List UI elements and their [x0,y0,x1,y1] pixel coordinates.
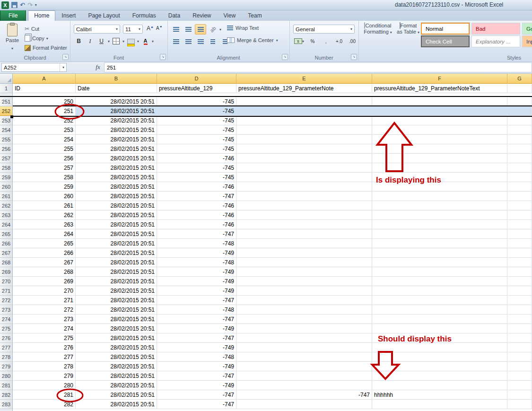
cell-E274[interactable] [236,315,372,324]
cell-F255[interactable] [372,135,507,144]
cell-D267[interactable]: -749 [157,248,236,258]
cell-F256[interactable] [372,144,507,154]
cell-E262[interactable] [236,201,372,210]
cell-E277[interactable] [236,343,372,352]
cell-F263[interactable] [372,210,507,220]
cell-G269[interactable] [507,267,532,277]
cell-G278[interactable] [507,352,532,362]
cell-G282[interactable] [507,390,532,400]
row-header-279[interactable]: 279 [0,362,13,371]
ribbon-tab-data[interactable]: Data [162,10,186,21]
insert-function-button[interactable]: fx [93,63,103,71]
save-icon[interactable] [11,2,17,8]
cell-E252[interactable] [236,106,372,116]
row-header-256[interactable]: 256 [0,144,13,154]
row-header-255[interactable]: 255 [0,135,13,144]
cell-F267[interactable] [372,248,507,258]
decrease-decimal-button[interactable]: .00 [347,37,358,45]
cell-D271[interactable]: -749 [157,286,236,296]
cell-A254[interactable]: 253 [13,125,76,135]
cell-E278[interactable] [236,352,372,362]
cell-G267[interactable] [507,248,532,258]
cell-G272[interactable] [507,296,532,305]
cell-G257[interactable] [507,154,532,163]
cell-E269[interactable] [236,267,372,277]
cell-B256[interactable]: 28/02/2015 20:51 [76,144,157,154]
cell-B257[interactable]: 28/02/2015 20:51 [76,154,157,163]
comma-style-button[interactable]: , [320,37,331,45]
cell-B268[interactable]: 28/02/2015 20:51 [76,258,157,267]
row-header-272[interactable]: 272 [0,296,13,305]
header-cell-D1[interactable]: pressureAltitude_129 [157,84,236,93]
cell-B263[interactable]: 28/02/2015 20:51 [76,210,157,220]
name-box-dropdown-icon[interactable]: ▾ [60,63,64,71]
cell-E255[interactable] [236,135,372,144]
cell-style-good[interactable]: Go [522,23,532,35]
cell-D268[interactable]: -748 [157,258,236,267]
cell-D254[interactable]: -745 [157,125,236,135]
cell-B264[interactable]: 28/02/2015 20:51 [76,220,157,229]
select-all-corner[interactable] [0,74,13,84]
cell-D253[interactable]: -745 [157,116,236,125]
shrink-font-icon[interactable]: A▼ [156,25,163,31]
cell-E270[interactable] [236,277,372,286]
cell-A261[interactable]: 260 [13,192,76,201]
cell-A252-circled[interactable]: 251 [13,106,76,116]
column-header-D[interactable]: D [157,74,236,84]
cell-G277[interactable] [507,343,532,352]
cell-E263[interactable] [236,210,372,220]
align-right-button[interactable] [195,36,206,47]
cell-G259[interactable] [507,173,532,182]
align-center-button[interactable] [183,36,194,47]
cell-D276[interactable]: -747 [157,333,236,343]
cell-D281[interactable]: -749 [157,381,236,390]
row-header-258[interactable]: 258 [0,163,13,173]
cell-F274[interactable] [372,315,507,324]
cell-F282[interactable]: hhhhhh [372,390,507,400]
cell-E266[interactable] [236,239,372,248]
cell-B259[interactable]: 28/02/2015 20:51 [76,173,157,182]
cell-G253[interactable] [507,116,532,125]
cell-A266[interactable]: 265 [13,239,76,248]
italic-button[interactable]: I [85,37,95,45]
cell-F268[interactable] [372,258,507,267]
row-header-263[interactable]: 263 [0,210,13,220]
cell-D277[interactable]: -749 [157,343,236,352]
cell-E275[interactable] [236,324,372,333]
cell-E280[interactable] [236,371,372,381]
cell-A271[interactable]: 270 [13,286,76,296]
cell-F281[interactable] [372,381,507,390]
font-color-dropdown-icon[interactable]: ▾ [152,39,154,44]
row-header-1[interactable]: 1 [0,84,13,93]
cell-A259[interactable]: 258 [13,173,76,182]
cell-A267[interactable]: 266 [13,248,76,258]
row-header-269[interactable]: 269 [0,267,13,277]
cell-D265[interactable]: -747 [157,229,236,239]
cell-F280[interactable] [372,371,507,381]
row-header-265[interactable]: 265 [0,229,13,239]
cell-D283[interactable]: -747 [157,400,236,409]
cell-F283[interactable] [372,400,507,409]
align-left-button[interactable] [170,36,182,47]
cell-E279[interactable] [236,362,372,371]
cell-D263[interactable]: -746 [157,210,236,220]
header-cell-F1[interactable]: pressureAltitude_129_ParameterNoteText [372,84,507,93]
cell-D282[interactable]: -747 [157,390,236,400]
cell-F258[interactable] [372,163,507,173]
cell-G280[interactable] [507,371,532,381]
cell-A260[interactable]: 259 [13,182,76,192]
cell-B269[interactable]: 28/02/2015 20:51 [76,267,157,277]
cell-D269[interactable]: -749 [157,267,236,277]
cell-G258[interactable] [507,163,532,173]
cell-F265[interactable] [372,229,507,239]
row-header-264[interactable]: 264 [0,220,13,229]
row-header-266[interactable]: 266 [0,239,13,248]
row-header-275[interactable]: 275 [0,324,13,333]
cell-G274[interactable] [507,315,532,324]
cell-A282-circled[interactable]: 281 [13,390,76,400]
cell-G252[interactable] [507,106,532,116]
decrease-indent-button[interactable] [207,36,218,47]
cell-style-input[interactable]: Inp [522,35,532,47]
row-header-278[interactable]: 278 [0,352,13,362]
cell-D262[interactable]: -746 [157,201,236,210]
